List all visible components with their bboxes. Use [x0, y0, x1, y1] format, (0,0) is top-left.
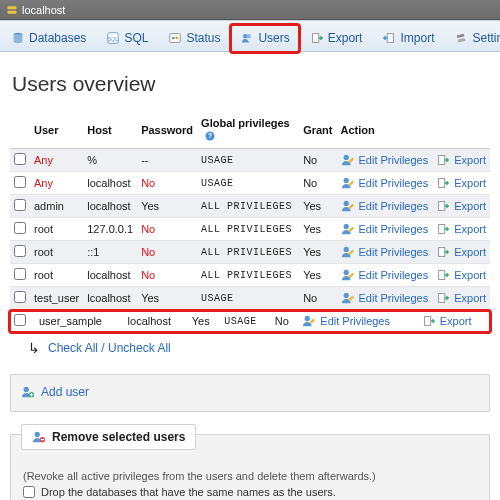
cell-grant: No: [299, 149, 336, 172]
row-checkbox[interactable]: [14, 245, 26, 257]
cell-password: No: [137, 241, 197, 264]
cell-edit[interactable]: Edit Privileges: [337, 172, 433, 195]
cell-grant: Yes: [299, 218, 336, 241]
edit-privileges-icon: [302, 314, 316, 328]
cell-password: No: [137, 172, 197, 195]
row-checkbox[interactable]: [14, 222, 26, 234]
tab-users[interactable]: Users: [231, 25, 298, 51]
cell-user: root: [30, 241, 83, 264]
drop-db-row[interactable]: Drop the databases that have the same na…: [23, 486, 477, 498]
cell-user: Any: [30, 172, 83, 195]
main-tabbar: DatabasesSQLSQLStatusUsersExportImportSe…: [0, 20, 500, 52]
row-checkbox[interactable]: [14, 176, 26, 188]
cell-edit[interactable]: Edit Privileges: [337, 149, 433, 172]
cell-grant: No: [271, 310, 299, 333]
cell-user: test_user: [30, 287, 83, 310]
server-icon: [6, 4, 18, 16]
col-grant: Grant: [299, 112, 336, 149]
table-row: test_userlcoalhostYesUSAGENoEdit Privile…: [10, 287, 490, 310]
export-icon: [436, 268, 450, 282]
svg-point-6: [172, 37, 175, 40]
row-checkbox[interactable]: [14, 291, 26, 303]
svg-rect-25: [439, 271, 445, 280]
export-icon: [422, 314, 436, 328]
cell-grant: Yes: [299, 195, 336, 218]
svg-rect-27: [439, 294, 445, 303]
export-icon: [436, 245, 450, 259]
col-privileges: Global privileges ?: [197, 112, 299, 149]
svg-rect-19: [439, 202, 445, 211]
cell-edit[interactable]: Edit Privileges: [337, 218, 433, 241]
cell-export[interactable]: Export: [432, 264, 490, 287]
import-icon: [382, 31, 396, 45]
add-user-link[interactable]: Add user: [41, 385, 89, 399]
row-checkbox[interactable]: [14, 153, 26, 165]
cell-export[interactable]: Export: [432, 149, 490, 172]
cell-export[interactable]: Export: [432, 241, 490, 264]
cell-host: localhost: [83, 264, 137, 287]
cell-user: user_sample: [35, 310, 124, 333]
edit-privileges-icon: [341, 199, 355, 213]
remove-hint: (Revoke all active privileges from the u…: [23, 470, 477, 482]
svg-rect-1: [8, 10, 17, 13]
edit-privileges-icon: [341, 153, 355, 167]
table-row: adminlocalhostYesALL PRIVILEGESYesEdit P…: [10, 195, 490, 218]
cell-edit[interactable]: Edit Privileges: [337, 264, 433, 287]
svg-rect-0: [8, 6, 17, 9]
table-row: rootlocalhostNoALL PRIVILEGESYesEdit Pri…: [10, 264, 490, 287]
cell-grant: No: [299, 172, 336, 195]
svg-rect-5: [170, 34, 181, 43]
svg-point-32: [35, 432, 40, 437]
svg-point-9: [247, 34, 251, 38]
edit-privileges-icon: [341, 268, 355, 282]
cell-export[interactable]: Export: [432, 172, 490, 195]
svg-point-26: [343, 293, 348, 298]
export-icon: [436, 199, 450, 213]
cell-grant: No: [299, 287, 336, 310]
cell-edit[interactable]: Edit Privileges: [337, 287, 433, 310]
cell-user: root: [30, 264, 83, 287]
export-icon: [436, 222, 450, 236]
cell-password: Yes: [188, 310, 220, 333]
cell-export[interactable]: Export: [432, 195, 490, 218]
svg-rect-10: [312, 34, 318, 43]
tab-settings[interactable]: Settings: [445, 25, 500, 51]
edit-privileges-icon: [341, 222, 355, 236]
window-titlebar: localhost: [0, 0, 500, 20]
table-row: AnylocalhostNoUSAGENoEdit PrivilegesExpo…: [10, 172, 490, 195]
tab-sql[interactable]: SQLSQL: [97, 25, 157, 51]
cell-password: Yes: [137, 195, 197, 218]
cell-privileges: USAGE: [220, 310, 271, 333]
cell-export[interactable]: Export: [432, 218, 490, 241]
row-checkbox[interactable]: [14, 199, 26, 211]
cell-password: --: [137, 149, 197, 172]
cell-privileges: ALL PRIVILEGES: [197, 241, 299, 264]
cell-user: root: [30, 218, 83, 241]
tab-status[interactable]: Status: [159, 25, 229, 51]
cell-export[interactable]: Export: [418, 310, 490, 333]
users-table: User Host Password Global privileges ? G…: [10, 112, 490, 334]
check-all-link[interactable]: Check All / Uncheck All: [48, 341, 171, 355]
remove-users-header: Remove selected users: [21, 424, 196, 450]
row-checkbox[interactable]: [14, 268, 26, 280]
status-icon: [168, 31, 182, 45]
tab-export[interactable]: Export: [301, 25, 372, 51]
cell-edit[interactable]: Edit Privileges: [337, 195, 433, 218]
cell-edit[interactable]: Edit Privileges: [298, 310, 417, 333]
tab-import[interactable]: Import: [373, 25, 443, 51]
edit-privileges-icon: [341, 176, 355, 190]
col-action: Action: [337, 112, 491, 149]
users-icon: [240, 31, 254, 45]
sql-icon: SQL: [106, 31, 120, 45]
drop-db-checkbox[interactable]: [23, 486, 35, 498]
row-checkbox[interactable]: [14, 314, 26, 326]
tab-databases[interactable]: Databases: [2, 25, 95, 51]
cell-privileges: USAGE: [197, 172, 299, 195]
cell-user: Any: [30, 149, 83, 172]
cell-host: localhost: [83, 195, 137, 218]
cell-export[interactable]: Export: [432, 287, 490, 310]
export-icon: [436, 176, 450, 190]
svg-point-7: [176, 37, 179, 40]
help-icon[interactable]: ?: [203, 129, 217, 143]
cell-edit[interactable]: Edit Privileges: [337, 241, 433, 264]
